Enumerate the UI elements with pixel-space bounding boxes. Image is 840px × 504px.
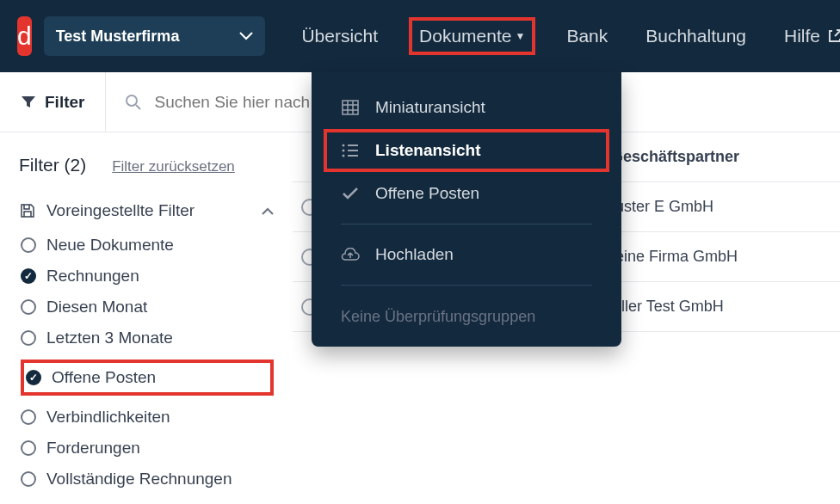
svg-point-0 (127, 95, 137, 106)
filter-item-liabilities[interactable]: Verbindlichkeiten (21, 408, 274, 427)
top-bar: d Test Musterfirma Übersicht Dokumente ▼… (0, 0, 840, 72)
nav-bank[interactable]: Bank (559, 21, 615, 52)
documents-dropdown: Miniaturansicht Listenansicht Offene Pos… (312, 72, 621, 347)
radio-empty-icon (21, 471, 36, 487)
filter-item-label: Diesen Monat (46, 298, 147, 317)
radio-checked-icon (21, 268, 36, 284)
dropdown-thumbnail-view[interactable]: Miniaturansicht (312, 86, 621, 129)
dropdown-item-label: Miniaturansicht (375, 98, 485, 117)
preset-filters-toggle[interactable]: Voreingestellte Filter (19, 201, 274, 220)
reset-filters-link[interactable]: Filter zurücksetzen (112, 158, 235, 175)
partner-cell: Meine Firma GmbH (602, 248, 738, 266)
filter-icon (21, 95, 36, 110)
filter-item-open-items[interactable]: Offene Posten (21, 360, 274, 396)
filter-button-label: Filter (45, 93, 84, 112)
filter-item-label: Rechnungen (46, 267, 139, 286)
filter-item-receivables[interactable]: Forderungen (21, 439, 274, 458)
grid-icon (341, 100, 360, 115)
search-icon (125, 94, 142, 111)
filter-item-invoices[interactable]: Rechnungen (21, 267, 274, 286)
column-header-partner[interactable]: Geschäftspartner (611, 148, 739, 166)
radio-empty-icon (21, 440, 36, 456)
nav-overview[interactable]: Übersicht (294, 21, 385, 52)
nav-documents[interactable]: Dokumente ▼ (409, 17, 535, 55)
radio-empty-icon (21, 237, 36, 253)
dropdown-upload[interactable]: Hochladen (312, 233, 621, 276)
filter-item-label: Letzten 3 Monate (46, 329, 173, 347)
nav-accounting[interactable]: Buchhaltung (639, 21, 753, 52)
save-icon (19, 202, 36, 219)
svg-point-2 (343, 144, 345, 147)
nav-help[interactable]: Hilfe (777, 21, 840, 52)
svg-point-3 (343, 150, 345, 152)
radio-empty-icon (21, 409, 36, 425)
filter-item-this-month[interactable]: Diesen Monat (21, 298, 274, 317)
nav-help-label: Hilfe (784, 26, 820, 46)
external-link-icon (827, 28, 840, 44)
list-icon (341, 144, 360, 157)
svg-rect-1 (343, 101, 358, 114)
caret-down-icon: ▼ (515, 30, 525, 42)
filter-item-label: Verbindlichkeiten (46, 408, 170, 427)
radio-empty-icon (21, 330, 36, 346)
org-name: Test Musterfirma (56, 28, 180, 46)
filter-sidebar: Filter (2) Filter zurücksetzen Voreinges… (0, 132, 293, 504)
preset-filters-title: Voreingestellte Filter (46, 201, 251, 220)
cloud-upload-icon (341, 248, 360, 261)
filter-button[interactable]: Filter (0, 72, 106, 132)
filter-item-complete-invoices[interactable]: Vollständige Rechnungen (21, 470, 274, 489)
filter-item-label: Offene Posten (52, 368, 156, 387)
dropdown-divider (341, 224, 592, 224)
chevron-down-icon (239, 32, 253, 40)
filter-item-label: Forderungen (46, 439, 140, 458)
dropdown-divider (341, 285, 592, 286)
filter-item-label: Neue Dokumente (46, 236, 174, 255)
radio-checked-icon (26, 370, 41, 385)
filter-list: Neue Dokumente Rechnungen Diesen Monat L… (19, 236, 274, 489)
app-logo: d (17, 16, 32, 56)
filter-item-new-documents[interactable]: Neue Dokumente (21, 236, 274, 255)
filter-item-last-3-months[interactable]: Letzten 3 Monate (21, 329, 274, 347)
dropdown-item-label: Listenansicht (375, 141, 480, 160)
dropdown-open-items[interactable]: Offene Posten (312, 172, 621, 215)
dropdown-item-label: Hochladen (375, 245, 454, 264)
svg-point-4 (343, 155, 345, 157)
chevron-up-icon (262, 207, 274, 215)
org-selector[interactable]: Test Musterfirma (44, 16, 266, 56)
filter-count: Filter (2) (19, 155, 86, 175)
dropdown-item-label: Offene Posten (375, 184, 479, 203)
filter-item-label: Vollständige Rechnungen (46, 470, 232, 489)
dropdown-no-groups: Keine Überprüfungsgruppen (312, 294, 621, 331)
radio-empty-icon (21, 299, 36, 315)
check-icon (341, 187, 360, 200)
nav-documents-label: Dokumente (419, 26, 511, 46)
main-nav: Übersicht Dokumente ▼ Bank Buchhaltung H… (294, 17, 840, 55)
dropdown-list-view[interactable]: Listenansicht (324, 129, 609, 172)
